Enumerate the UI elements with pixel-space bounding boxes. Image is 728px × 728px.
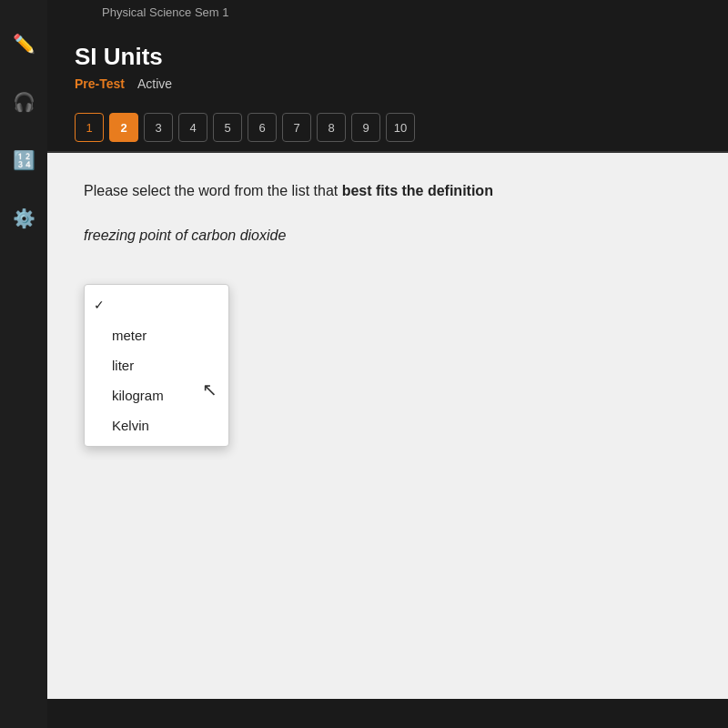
question-nav-8[interactable]: 8	[317, 113, 346, 142]
dropdown-item-liter[interactable]: liter	[85, 350, 228, 380]
question-nav-1[interactable]: 1	[75, 113, 104, 142]
question-nav-7[interactable]: 7	[282, 113, 311, 142]
question-nav-5[interactable]: 5	[213, 113, 242, 142]
course-title: Physical Science Sem 1	[102, 5, 228, 19]
settings-icon[interactable]: ⚙️	[7, 202, 40, 235]
headphones-icon[interactable]: 🎧	[7, 86, 40, 118]
question-nav-10[interactable]: 10	[386, 113, 415, 142]
breadcrumb-active: Active	[137, 76, 172, 91]
sidebar: ✏️ 🎧 🔢 ⚙️	[0, 0, 47, 728]
question-nav-3[interactable]: 3	[144, 113, 173, 142]
pencil-icon[interactable]: ✏️	[7, 27, 40, 60]
question-nav-6[interactable]: 6	[248, 113, 277, 142]
question-nav-2[interactable]: 2	[109, 113, 138, 142]
dropdown-item-kelvin[interactable]: Kelvin	[85, 410, 228, 440]
question-number-bar: 1 2 3 4 5 6 7 8 9 10	[47, 104, 728, 153]
definition-text: freezing point of carbon dioxide	[84, 228, 692, 244]
question-instruction: Please select the word from the list tha…	[84, 180, 692, 202]
dropdown-item-empty[interactable]	[85, 290, 228, 320]
calculator-icon[interactable]: 🔢	[7, 144, 40, 177]
top-bar: Physical Science Sem 1	[47, 0, 728, 25]
breadcrumb: Pre-Test Active	[75, 76, 701, 91]
breadcrumb-pretest[interactable]: Pre-Test	[75, 76, 125, 91]
question-nav-4[interactable]: 4	[178, 113, 207, 142]
header-section: SI Units Pre-Test Active	[47, 25, 728, 91]
question-nav-9[interactable]: 9	[351, 113, 380, 142]
main-content: Physical Science Sem 1 SI Units Pre-Test…	[47, 0, 728, 728]
dropdown-item-meter[interactable]: meter	[85, 320, 228, 350]
dropdown-item-kilogram[interactable]: kilogram	[85, 380, 228, 410]
page-title: SI Units	[75, 43, 701, 71]
dropdown-menu: meter liter kilogram Kelvin	[84, 284, 229, 447]
content-area: Please select the word from the list tha…	[47, 153, 728, 699]
